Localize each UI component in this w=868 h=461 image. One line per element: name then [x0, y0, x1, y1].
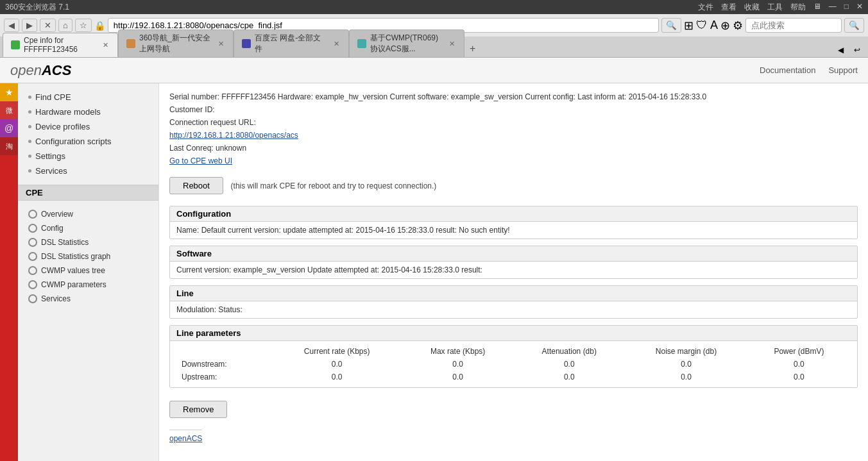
nav-bookmark-button[interactable]: ☆ [75, 19, 92, 32]
sidebar-item-settings[interactable]: Settings [18, 149, 158, 163]
search-input[interactable] [745, 18, 842, 33]
col-header-power: Power (dBmV) [747, 345, 851, 358]
search-go-button[interactable]: 🔍 [844, 18, 864, 33]
sidebar-item-config-scripts[interactable]: Configuration scripts [18, 134, 158, 149]
sidebar-item-cwmp-parameters[interactable]: CWMP parameters [18, 278, 158, 292]
sidebar: Find CPE Hardware models Device profiles… [18, 83, 159, 461]
nav-back-button[interactable]: ◀ [4, 19, 19, 32]
downstream-current-rate: 0.0 [271, 358, 402, 371]
tab-3-close[interactable]: ✕ [448, 40, 456, 48]
line-parameters-header: Line parameters [170, 326, 857, 341]
menu-file[interactable]: 文件 [698, 2, 713, 13]
nav-forward-button[interactable]: ▶ [22, 19, 37, 32]
gear-icon-dsl-stats-graph [28, 252, 37, 261]
connection-url-link[interactable]: http://192.168.1.21:8080/openacs/acs [169, 131, 298, 140]
reboot-note: (this will mark CPE for reboot and try t… [231, 181, 437, 190]
quick-item-shop[interactable]: 淘 [0, 137, 18, 155]
menu-favorites[interactable]: 收藏 [744, 2, 760, 13]
sidebar-cwmp-parameters-label: CWMP parameters [41, 280, 106, 289]
address-go-button[interactable]: 🔍 [661, 18, 681, 33]
tab-history-button[interactable]: ↩ [849, 43, 865, 57]
configuration-header: Configuration [170, 206, 857, 222]
sidebar-cpe-header: CPE [18, 185, 158, 201]
sidebar-item-dsl-statistics[interactable]: DSL Statistics [18, 235, 158, 249]
tab-0[interactable]: Cpe info for FFFFFF123456 ✕ [3, 33, 118, 57]
dot-icon [28, 169, 31, 172]
footer-link[interactable]: openACS [169, 430, 202, 443]
tab-1[interactable]: 360导航_新一代安全上网导航 ✕ [118, 29, 234, 57]
nav-home-button[interactable]: ⌂ [58, 19, 72, 32]
sidebar-item-services-top[interactable]: Services [18, 163, 158, 178]
dot-icon [28, 96, 31, 99]
go-to-cpe-link[interactable]: Go to CPE web UI [169, 156, 232, 165]
configuration-content: Name: Default current version: update at… [170, 222, 857, 239]
shield-icon[interactable]: 🛡 [696, 19, 708, 33]
upstream-current-rate: 0.0 [271, 371, 402, 383]
logo-acs: ACS [42, 62, 71, 78]
configuration-section: Configuration Name: Default current vers… [169, 206, 858, 239]
sidebar-top-section: Find CPE Hardware models Device profiles… [18, 83, 158, 185]
quick-item-star[interactable]: ★ [0, 83, 18, 101]
downstream-power: 0.0 [747, 358, 851, 371]
minimize-button[interactable]: — [829, 2, 837, 13]
line-params-table: Current rate (Kbps) Max rate (Kbps) Atte… [176, 345, 851, 383]
tabs-bar: Cpe info for FFFFFF123456 ✕ 360导航_新一代安全上… [0, 37, 868, 58]
sidebar-item-overview[interactable]: Overview [18, 207, 158, 221]
tab-3-label: 基于CWMP(TR069)协议ACS服... [370, 33, 444, 54]
header-links: Documentation Support [760, 65, 858, 75]
documentation-link[interactable]: Documentation [760, 65, 815, 75]
tab-0-icon [11, 40, 20, 49]
settings-icon[interactable]: ⚙ [733, 19, 743, 33]
reboot-button[interactable]: Reboot [169, 177, 223, 194]
customer-id-line: Customer ID: [169, 104, 858, 115]
sidebar-item-dsl-statistics-graph[interactable]: DSL Statistics graph [18, 249, 158, 264]
tab-3[interactable]: 基于CWMP(TR069)协议ACS服... ✕ [349, 29, 464, 57]
menu-view[interactable]: 查看 [721, 2, 736, 13]
quick-item-mail[interactable]: @ [0, 119, 18, 137]
upstream-noise-margin: 0.0 [625, 371, 747, 383]
support-link[interactable]: Support [828, 65, 858, 75]
tab-2-label: 百度云 网盘-全部文件 [255, 33, 328, 54]
table-row-downstream: Downstream: 0.0 0.0 0.0 0.0 0.0 [176, 358, 851, 371]
quick-item-weibo[interactable]: 微 [0, 101, 18, 119]
menu-help[interactable]: 帮助 [790, 2, 806, 13]
sidebar-item-device-profiles[interactable]: Device profiles [18, 119, 158, 134]
dot-icon [28, 110, 31, 113]
titlebar-right: 文件 查看 收藏 工具 帮助 🖥 — □ ✕ [698, 2, 863, 13]
nav-close-button[interactable]: ✕ [40, 19, 56, 32]
remove-button[interactable]: Remove [169, 401, 227, 418]
sidebar-item-cwmp-values-tree[interactable]: CWMP values tree [18, 264, 158, 278]
close-button[interactable]: ✕ [856, 2, 863, 13]
tab-2[interactable]: 百度云 网盘-全部文件 ✕ [234, 29, 349, 57]
sidebar-item-hardware-models[interactable]: Hardware models [18, 105, 158, 119]
tab-0-label: Cpe info for FFFFFF123456 [24, 36, 98, 54]
grid-icon[interactable]: ⊞ [684, 19, 694, 33]
tab-prev-button[interactable]: ◀ [833, 43, 849, 57]
menu-tools[interactable]: 工具 [767, 2, 783, 13]
line-parameters-section: Line parameters Current rate (Kbps) Max … [169, 325, 858, 388]
left-sidebar-wrapper: ★ 微 @ 淘 Find CPE Hardware models Device … [0, 83, 868, 461]
software-header: Software [170, 246, 857, 262]
dot-icon [28, 125, 31, 128]
reboot-row: Reboot (this will mark CPE for reboot an… [169, 172, 858, 199]
maximize-button[interactable]: □ [844, 2, 849, 13]
translate-icon[interactable]: A [710, 19, 718, 33]
sidebar-device-profiles-label: Device profiles [35, 122, 90, 131]
sidebar-item-config[interactable]: Config [18, 221, 158, 235]
sidebar-item-services-cpe[interactable]: Services [18, 292, 158, 306]
downstream-label: Downstream: [176, 358, 271, 371]
ext-icon[interactable]: ⊕ [720, 19, 730, 33]
sidebar-services-top-label: Services [35, 166, 67, 176]
tab-0-close[interactable]: ✕ [101, 41, 110, 49]
downstream-max-rate: 0.0 [402, 358, 514, 371]
sidebar-hardware-models-label: Hardware models [35, 107, 101, 117]
sidebar-item-find-cpe[interactable]: Find CPE [18, 90, 158, 105]
connection-url-value: http://192.168.1.21:8080/openacs/acs [169, 130, 858, 141]
sidebar-cwmp-values-tree-label: CWMP values tree [41, 266, 105, 275]
col-header-label [176, 345, 271, 358]
tab-add-button[interactable]: + [464, 40, 481, 57]
gear-icon-cwmp-tree [28, 266, 37, 275]
tab-2-close[interactable]: ✕ [332, 40, 341, 48]
sidebar-settings-label: Settings [35, 151, 65, 161]
tab-1-close[interactable]: ✕ [217, 40, 225, 48]
